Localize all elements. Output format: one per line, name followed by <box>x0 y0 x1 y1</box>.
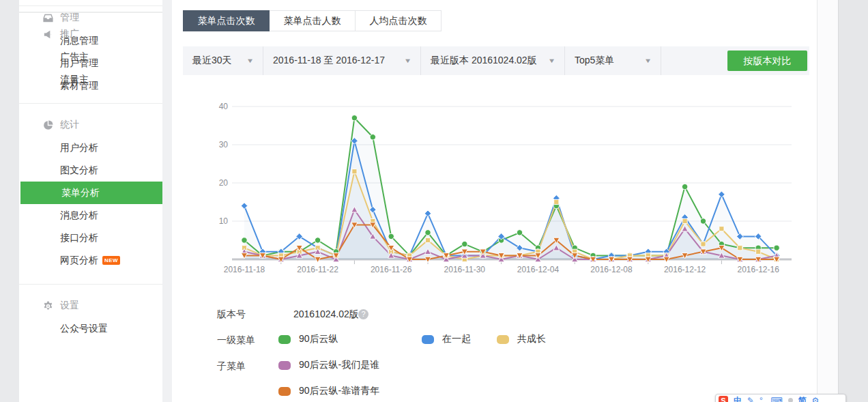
sidebar-section-title: 设置 <box>60 300 79 312</box>
tab-menu-click-count[interactable]: 菜单点击次数 <box>183 10 270 31</box>
date-range-dropdown[interactable]: 2016-11-18 至 2016-12-17 ▼ <box>263 46 421 75</box>
sidebar-section: 统计用户分析图文分析菜单分析消息分析接口分析网页分析NEW <box>19 103 162 284</box>
simplified-chinese-icon[interactable]: 简 <box>798 396 807 402</box>
right-gray-strip <box>838 0 868 402</box>
chinese-mode-icon[interactable]: 中 <box>734 396 742 402</box>
svg-text:2016-11-18: 2016-11-18 <box>224 265 265 274</box>
sidebar-item-用户分析[interactable]: 用户分析 <box>19 137 162 159</box>
mic-dot-icon[interactable] <box>788 398 793 402</box>
svg-text:30: 30 <box>219 140 229 149</box>
tab-menu-click-users[interactable]: 菜单点击人数 <box>270 10 356 31</box>
sidebar-section-header: 统计 <box>19 113 162 137</box>
legend-swatch-blue <box>422 335 434 344</box>
pie-chart-icon <box>42 119 54 131</box>
sidebar-item-接口分析[interactable]: 接口分析 <box>19 227 162 249</box>
sidebar-item-消息分析[interactable]: 消息分析 <box>19 204 162 227</box>
legend-label: 90后云纵-我们是谁 <box>299 359 379 371</box>
gear-icon <box>42 300 54 312</box>
top-menu-dropdown[interactable]: Top5菜单 ▼ <box>565 46 661 75</box>
version-dropdown[interactable]: 最近版本 20161024.02版 ▼ <box>421 46 565 75</box>
legend-swatch-purple <box>278 361 291 370</box>
legend-label: 在一起 <box>442 333 471 345</box>
sidebar-top-divider <box>19 0 162 6</box>
chevron-down-icon: ▼ <box>644 57 652 64</box>
legend-swatch-orange <box>278 387 291 396</box>
date-preset-value: 最近30天 <box>192 55 232 67</box>
date-range-value: 2016-11-18 至 2016-12-17 <box>273 55 385 67</box>
sidebar-section: 管理消息管理用户管理素材管理 <box>19 6 162 12</box>
svg-text:2016-11-26: 2016-11-26 <box>371 265 412 274</box>
version-row-label: 版本号 <box>217 308 246 321</box>
svg-text:40: 40 <box>219 102 229 111</box>
wechat-mp-admin-page: 管理消息管理用户管理素材管理推广广告主流量主统计用户分析图文分析菜单分析消息分析… <box>0 0 868 402</box>
top-menu-value: Top5菜单 <box>575 55 614 67</box>
sidebar-item-图文分析[interactable]: 图文分析 <box>19 159 162 182</box>
svg-text:2016-11-22: 2016-11-22 <box>297 265 338 274</box>
new-badge: NEW <box>102 256 120 265</box>
svg-text:2016-12-08: 2016-12-08 <box>590 265 633 274</box>
legend-item-level1[interactable]: 共成长 <box>497 333 546 345</box>
sidebar-section: 设置公众号设置 <box>19 284 162 352</box>
sidebar-nav: 管理消息管理用户管理素材管理推广广告主流量主统计用户分析图文分析菜单分析消息分析… <box>19 0 162 402</box>
left-gray-rail <box>0 0 20 402</box>
sidebar-section-title: 统计 <box>60 119 79 131</box>
legend-swatch-green <box>278 335 291 344</box>
legend-label: 共成长 <box>517 333 546 345</box>
inbox-icon <box>42 12 54 24</box>
punctuation-icon[interactable]: °, <box>760 396 765 402</box>
legend-item-level1[interactable]: 在一起 <box>422 333 471 345</box>
tab-avg-clicks-per-user[interactable]: 人均点击次数 <box>356 10 442 31</box>
legend-label: 90后云纵-靠谱青年 <box>299 385 379 397</box>
keyboard-icon[interactable]: ⌨ <box>770 396 782 402</box>
compare-by-version-button[interactable]: 按版本对比 <box>727 51 807 71</box>
sidebar-item-菜单分析[interactable]: 菜单分析 <box>20 182 162 204</box>
legend-item-sub[interactable]: 90后云纵-我们是谁 <box>278 359 379 371</box>
version-value: 最近版本 20161024.02版 <box>431 55 537 67</box>
sogou-logo[interactable]: S <box>719 396 728 402</box>
legend-item-level1[interactable]: 90后云纵 <box>278 333 338 345</box>
chevron-down-icon: ▼ <box>246 57 255 64</box>
date-preset-dropdown[interactable]: 最近30天 ▼ <box>183 46 263 75</box>
main-content-panel: 菜单点击次数 菜单点击人数 人均点击次数 最近30天 ▼ 2016-11-18 … <box>172 0 818 402</box>
metric-tabs: 菜单点击次数 菜单点击人数 人均点击次数 <box>183 10 442 31</box>
right-margin <box>818 0 838 402</box>
svg-text:2016-12-16: 2016-12-16 <box>738 265 780 274</box>
level1-menu-label: 一级菜单 <box>217 334 255 347</box>
sub-menu-label: 子菜单 <box>217 360 246 373</box>
svg-text:10: 10 <box>219 216 229 226</box>
sidebar-section-title: 管理 <box>60 12 79 24</box>
question-icon[interactable]: ? <box>358 309 368 319</box>
legend-item-sub[interactable]: 90后云纵-靠谱青年 <box>278 385 379 397</box>
svg-text:2016-12-12: 2016-12-12 <box>664 265 706 274</box>
version-number-value: 20161024.02版 <box>293 308 359 321</box>
filter-bar: 最近30天 ▼ 2016-11-18 至 2016-12-17 ▼ 最近版本 2… <box>183 46 809 75</box>
svg-text:2016-11-30: 2016-11-30 <box>444 265 486 274</box>
chevron-down-icon: ▼ <box>548 57 556 64</box>
menu-click-line-chart: 102030402016-11-182016-11-222016-11-2620… <box>205 96 805 280</box>
megaphone-icon <box>42 29 54 40</box>
svg-text:2016-12-04: 2016-12-04 <box>517 265 560 274</box>
svg-text:20: 20 <box>219 178 229 188</box>
sidebar-item-公众号设置[interactable]: 公众号设置 <box>19 317 162 340</box>
sidebar-section-title: 推广 <box>60 28 79 40</box>
chevron-down-icon: ▼ <box>404 57 412 64</box>
sogou-ime-toolbar: S 中 ✎ °, ⌨ 简 ⚙ <box>715 394 846 402</box>
sidebar-item-网页分析[interactable]: 网页分析NEW <box>19 249 162 272</box>
legend-swatch-yellow <box>497 335 509 344</box>
pen-icon[interactable]: ✎ <box>747 396 754 402</box>
gear-icon[interactable]: ⚙ <box>812 396 820 402</box>
legend-label: 90后云纵 <box>299 333 338 345</box>
sidebar-section-header: 设置 <box>19 294 162 317</box>
